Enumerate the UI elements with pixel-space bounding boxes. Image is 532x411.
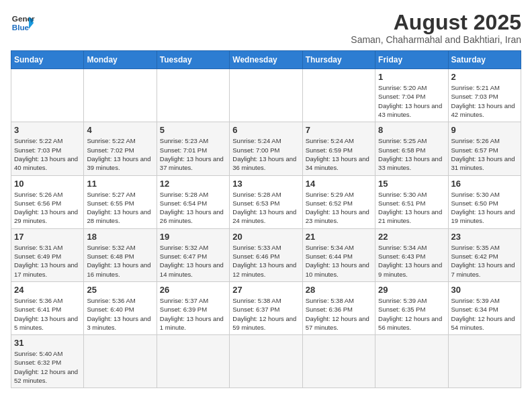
calendar-cell	[302, 69, 375, 122]
calendar-cell	[375, 335, 448, 388]
day-number: 2	[451, 72, 518, 82]
day-number: 20	[232, 232, 299, 242]
calendar-cell: 29Sunrise: 5:39 AM Sunset: 6:35 PM Dayli…	[375, 281, 448, 334]
calendar-cell: 19Sunrise: 5:32 AM Sunset: 6:47 PM Dayli…	[157, 228, 229, 281]
day-info: Sunrise: 5:24 AM Sunset: 7:00 PM Dayligh…	[232, 136, 299, 172]
day-number: 28	[306, 285, 372, 295]
day-info: Sunrise: 5:28 AM Sunset: 6:54 PM Dayligh…	[160, 190, 226, 226]
calendar-cell: 18Sunrise: 5:32 AM Sunset: 6:48 PM Dayli…	[84, 228, 157, 281]
calendar-cell: 28Sunrise: 5:38 AM Sunset: 6:36 PM Dayli…	[302, 281, 375, 334]
day-info: Sunrise: 5:20 AM Sunset: 7:04 PM Dayligh…	[378, 83, 445, 119]
calendar-week-row: 1Sunrise: 5:20 AM Sunset: 7:04 PM Daylig…	[11, 69, 521, 122]
weekday-header-monday: Monday	[84, 51, 157, 69]
calendar-week-row: 24Sunrise: 5:36 AM Sunset: 6:41 PM Dayli…	[11, 281, 521, 334]
calendar-cell: 20Sunrise: 5:33 AM Sunset: 6:46 PM Dayli…	[230, 228, 302, 281]
day-number: 26	[160, 285, 226, 295]
weekday-header-saturday: Saturday	[448, 51, 521, 69]
day-number: 9	[451, 125, 518, 135]
calendar-week-row: 10Sunrise: 5:26 AM Sunset: 6:56 PM Dayli…	[11, 175, 521, 228]
day-info: Sunrise: 5:30 AM Sunset: 6:50 PM Dayligh…	[451, 190, 518, 226]
calendar-cell: 8Sunrise: 5:25 AM Sunset: 6:58 PM Daylig…	[375, 122, 448, 175]
page-header: General Blue August 2025 Saman, Chaharma…	[11, 11, 521, 45]
day-number: 31	[14, 338, 81, 348]
calendar-cell: 7Sunrise: 5:24 AM Sunset: 6:59 PM Daylig…	[302, 122, 375, 175]
calendar-cell: 14Sunrise: 5:29 AM Sunset: 6:52 PM Dayli…	[302, 175, 375, 228]
day-number: 17	[14, 232, 81, 242]
calendar-week-row: 31Sunrise: 5:40 AM Sunset: 6:32 PM Dayli…	[11, 335, 521, 388]
calendar-cell: 2Sunrise: 5:21 AM Sunset: 7:03 PM Daylig…	[448, 69, 521, 122]
calendar-cell	[84, 69, 157, 122]
calendar-cell: 22Sunrise: 5:34 AM Sunset: 6:43 PM Dayli…	[375, 228, 448, 281]
weekday-header-thursday: Thursday	[302, 51, 375, 69]
day-number: 12	[160, 179, 226, 189]
day-number: 10	[14, 179, 81, 189]
calendar-cell: 23Sunrise: 5:35 AM Sunset: 6:42 PM Dayli…	[448, 228, 521, 281]
day-info: Sunrise: 5:34 AM Sunset: 6:43 PM Dayligh…	[378, 243, 445, 279]
day-number: 14	[306, 179, 372, 189]
day-info: Sunrise: 5:36 AM Sunset: 6:41 PM Dayligh…	[14, 296, 81, 332]
location-subtitle: Saman, Chaharmahal and Bakhtiari, Iran	[351, 34, 521, 45]
day-info: Sunrise: 5:26 AM Sunset: 6:56 PM Dayligh…	[14, 190, 81, 226]
day-number: 11	[87, 179, 153, 189]
day-number: 7	[306, 125, 372, 135]
calendar-cell: 6Sunrise: 5:24 AM Sunset: 7:00 PM Daylig…	[230, 122, 302, 175]
svg-text:Blue: Blue	[12, 23, 30, 32]
calendar-week-row: 3Sunrise: 5:22 AM Sunset: 7:03 PM Daylig…	[11, 122, 521, 175]
calendar-cell	[230, 69, 302, 122]
day-number: 8	[378, 125, 445, 135]
day-info: Sunrise: 5:38 AM Sunset: 6:36 PM Dayligh…	[306, 296, 372, 332]
calendar-cell: 13Sunrise: 5:28 AM Sunset: 6:53 PM Dayli…	[230, 175, 302, 228]
calendar-cell: 25Sunrise: 5:36 AM Sunset: 6:40 PM Dayli…	[84, 281, 157, 334]
day-info: Sunrise: 5:40 AM Sunset: 6:32 PM Dayligh…	[14, 349, 81, 385]
day-number: 13	[232, 179, 299, 189]
day-info: Sunrise: 5:30 AM Sunset: 6:51 PM Dayligh…	[378, 190, 445, 226]
day-number: 25	[87, 285, 153, 295]
day-info: Sunrise: 5:25 AM Sunset: 6:58 PM Dayligh…	[378, 136, 445, 172]
day-number: 4	[87, 125, 153, 135]
day-number: 30	[451, 285, 518, 295]
calendar-week-row: 17Sunrise: 5:31 AM Sunset: 6:49 PM Dayli…	[11, 228, 521, 281]
weekday-header-wednesday: Wednesday	[230, 51, 302, 69]
day-info: Sunrise: 5:37 AM Sunset: 6:39 PM Dayligh…	[160, 296, 226, 332]
calendar-cell: 21Sunrise: 5:34 AM Sunset: 6:44 PM Dayli…	[302, 228, 375, 281]
calendar-cell: 9Sunrise: 5:26 AM Sunset: 6:57 PM Daylig…	[448, 122, 521, 175]
day-number: 5	[160, 125, 226, 135]
day-number: 29	[378, 285, 445, 295]
day-info: Sunrise: 5:27 AM Sunset: 6:55 PM Dayligh…	[87, 190, 153, 226]
day-info: Sunrise: 5:32 AM Sunset: 6:47 PM Dayligh…	[160, 243, 226, 279]
calendar-cell: 11Sunrise: 5:27 AM Sunset: 6:55 PM Dayli…	[84, 175, 157, 228]
calendar-cell	[230, 335, 302, 388]
day-info: Sunrise: 5:32 AM Sunset: 6:48 PM Dayligh…	[87, 243, 153, 279]
day-number: 27	[232, 285, 299, 295]
calendar-cell: 10Sunrise: 5:26 AM Sunset: 6:56 PM Dayli…	[11, 175, 84, 228]
day-info: Sunrise: 5:35 AM Sunset: 6:42 PM Dayligh…	[451, 243, 518, 279]
day-number: 15	[378, 179, 445, 189]
day-info: Sunrise: 5:31 AM Sunset: 6:49 PM Dayligh…	[14, 243, 81, 279]
calendar-cell: 12Sunrise: 5:28 AM Sunset: 6:54 PM Dayli…	[157, 175, 229, 228]
calendar-cell	[11, 69, 84, 122]
day-info: Sunrise: 5:29 AM Sunset: 6:52 PM Dayligh…	[306, 190, 372, 226]
day-info: Sunrise: 5:22 AM Sunset: 7:03 PM Dayligh…	[14, 136, 81, 172]
calendar-cell	[448, 335, 521, 388]
day-number: 18	[87, 232, 153, 242]
calendar-cell: 15Sunrise: 5:30 AM Sunset: 6:51 PM Dayli…	[375, 175, 448, 228]
calendar-cell: 30Sunrise: 5:39 AM Sunset: 6:34 PM Dayli…	[448, 281, 521, 334]
calendar-cell: 4Sunrise: 5:22 AM Sunset: 7:02 PM Daylig…	[84, 122, 157, 175]
day-info: Sunrise: 5:24 AM Sunset: 6:59 PM Dayligh…	[306, 136, 372, 172]
calendar-cell	[84, 335, 157, 388]
day-number: 19	[160, 232, 226, 242]
logo: General Blue	[11, 11, 35, 35]
title-area: August 2025 Saman, Chaharmahal and Bakht…	[351, 11, 521, 45]
calendar-cell	[157, 335, 229, 388]
logo-icon: General Blue	[11, 11, 35, 35]
calendar-cell: 17Sunrise: 5:31 AM Sunset: 6:49 PM Dayli…	[11, 228, 84, 281]
day-info: Sunrise: 5:33 AM Sunset: 6:46 PM Dayligh…	[232, 243, 299, 279]
month-year-title: August 2025	[351, 11, 521, 34]
calendar-cell	[302, 335, 375, 388]
calendar-cell: 3Sunrise: 5:22 AM Sunset: 7:03 PM Daylig…	[11, 122, 84, 175]
day-info: Sunrise: 5:23 AM Sunset: 7:01 PM Dayligh…	[160, 136, 226, 172]
day-info: Sunrise: 5:39 AM Sunset: 6:34 PM Dayligh…	[451, 296, 518, 332]
day-info: Sunrise: 5:22 AM Sunset: 7:02 PM Dayligh…	[87, 136, 153, 172]
weekday-header-tuesday: Tuesday	[157, 51, 229, 69]
day-number: 16	[451, 179, 518, 189]
